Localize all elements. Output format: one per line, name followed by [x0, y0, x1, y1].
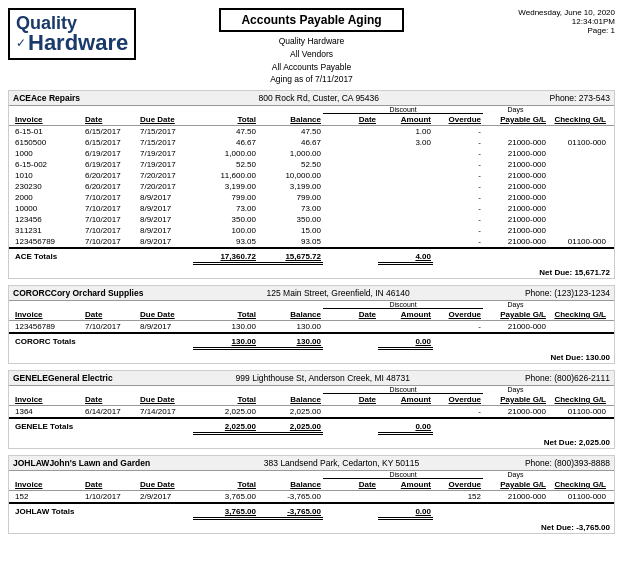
table-cell [378, 181, 433, 192]
total-cell [138, 251, 193, 265]
table-cell [323, 321, 378, 332]
table-row: 6-15-0026/19/20177/19/201752.5052.50-210… [9, 159, 614, 170]
table-cell: 21000-000 [483, 181, 548, 192]
table-cell [323, 225, 378, 236]
table-cell: 1000 [13, 148, 83, 159]
column-headers: InvoiceDateDue DateTotalBalanceDateAmoun… [9, 394, 614, 406]
total-cell [483, 251, 548, 265]
logo-box: Quality ✓ Hardware [8, 8, 136, 60]
totals-row: GENELE Totals2,025.002,025.000.00 [9, 417, 614, 437]
table-cell [548, 192, 608, 203]
total-cell: 4.00 [378, 251, 433, 265]
table-row: 1234567897/10/20178/9/2017130.00130.00-2… [9, 321, 614, 332]
col-header: Invoice [13, 479, 83, 490]
table-cell: 21000-000 [483, 159, 548, 170]
col-header: Date [83, 479, 138, 490]
table-row: 100007/10/20178/9/201773.0073.00-21000-0… [9, 203, 614, 214]
bracket-row: Discount Days [9, 471, 614, 479]
table-cell: 130.00 [258, 321, 323, 332]
vendor-section: ACE Ace Repairs 800 Rock Rd, Custer, CA … [8, 90, 615, 279]
col-header: Due Date [138, 114, 193, 125]
table-cell: 7/19/2017 [138, 159, 193, 170]
table-cell: 123456789 [13, 236, 83, 247]
col-header: Invoice [13, 114, 83, 125]
net-due-row: Net Due: 2,025.00 [9, 437, 614, 448]
table-cell [378, 321, 433, 332]
table-cell: 7/15/2017 [138, 137, 193, 148]
total-cell: GENELE Totals [13, 421, 83, 435]
table-cell: 21000-000 [483, 148, 548, 159]
table-cell: 21000-000 [483, 137, 548, 148]
table-cell: 46.67 [258, 137, 323, 148]
table-row: 1234567897/10/20178/9/201793.0593.05-210… [9, 236, 614, 247]
vendor-address: 383 Landsend Park, Cedarton, KY 50115 [158, 458, 525, 468]
table-cell: 7/10/2017 [83, 192, 138, 203]
vendor-phone: Phone: (123)123-1234 [525, 288, 610, 298]
col-header: Total [193, 479, 258, 490]
table-cell: - [433, 126, 483, 137]
net-due-value: 15,671.72 [574, 268, 610, 277]
subtitle-line4: Aging as of 7/11/2017 [138, 73, 485, 86]
table-row: 3112317/10/20178/9/2017100.0015.00-21000… [9, 225, 614, 236]
table-cell: 152 [433, 491, 483, 502]
table-cell: - [433, 137, 483, 148]
report-header: Quality ✓ Hardware Accounts Payable Agin… [8, 8, 615, 86]
table-cell: 6/20/2017 [83, 170, 138, 181]
total-cell [138, 421, 193, 435]
date-line1: Wednesday, June 10, 2020 [485, 8, 615, 17]
col-header: Checking G/L [548, 114, 608, 125]
table-cell: 21000-000 [483, 192, 548, 203]
table-cell [548, 321, 608, 332]
table-cell: 21000-000 [483, 406, 548, 417]
col-header: Total [193, 309, 258, 320]
subtitle-line2: All Vendors [138, 48, 485, 61]
total-cell [83, 421, 138, 435]
table-cell: 21000-000 [483, 491, 548, 502]
vendor-phone: Phone: (800)626-2111 [525, 373, 610, 383]
col-header: Invoice [13, 394, 83, 405]
table-cell: 6/15/2017 [83, 126, 138, 137]
column-headers: InvoiceDateDue DateTotalBalanceDateAmoun… [9, 114, 614, 126]
subtitle-line3: All Accounts Payable [138, 61, 485, 74]
total-cell [433, 336, 483, 350]
table-cell: 7/10/2017 [83, 225, 138, 236]
table-cell [548, 126, 608, 137]
totals-row: ACE Totals17,360.7215,675.724.00 [9, 247, 614, 267]
table-row: 10106/20/20177/20/201711,600.0010,000.00… [9, 170, 614, 181]
table-cell: 8/9/2017 [138, 321, 193, 332]
table-cell: 73.00 [258, 203, 323, 214]
total-cell: 0.00 [378, 506, 433, 520]
col-header: Balance [258, 309, 323, 320]
total-cell [323, 251, 378, 265]
total-cell [323, 506, 378, 520]
col-header: Date [323, 114, 378, 125]
table-cell: 6/15/2017 [83, 137, 138, 148]
report-date-area: Wednesday, June 10, 2020 12:34:01PM Page… [485, 8, 615, 35]
table-cell: 7/10/2017 [83, 214, 138, 225]
total-cell [433, 506, 483, 520]
vendor-header: JOHLAW John's Lawn and Garden 383 Landse… [9, 456, 614, 471]
table-cell: 311231 [13, 225, 83, 236]
table-cell: 6/19/2017 [83, 159, 138, 170]
days-label: Days [483, 386, 548, 394]
table-row: 13646/14/20177/14/20172,025.002,025.00-2… [9, 406, 614, 417]
table-cell: 21000-000 [483, 236, 548, 247]
vendor-header: CORORC Cory Orchard Supplies 125 Main St… [9, 286, 614, 301]
col-header: Amount [378, 114, 433, 125]
table-cell: 7/10/2017 [83, 236, 138, 247]
table-cell: 47.50 [258, 126, 323, 137]
total-cell [548, 421, 608, 435]
total-cell: 0.00 [378, 421, 433, 435]
table-cell: - [433, 170, 483, 181]
vendor-name: Cory Orchard Supplies [51, 288, 144, 298]
table-cell: - [433, 236, 483, 247]
table-cell: 1.00 [378, 126, 433, 137]
table-cell: 7/20/2017 [138, 181, 193, 192]
table-cell: - [433, 203, 483, 214]
table-cell [548, 203, 608, 214]
vendor-id: GENELE [13, 373, 48, 383]
date-line2: 12:34:01PM [485, 17, 615, 26]
table-cell: 3.00 [378, 137, 433, 148]
table-cell [323, 137, 378, 148]
days-label: Days [483, 301, 548, 309]
